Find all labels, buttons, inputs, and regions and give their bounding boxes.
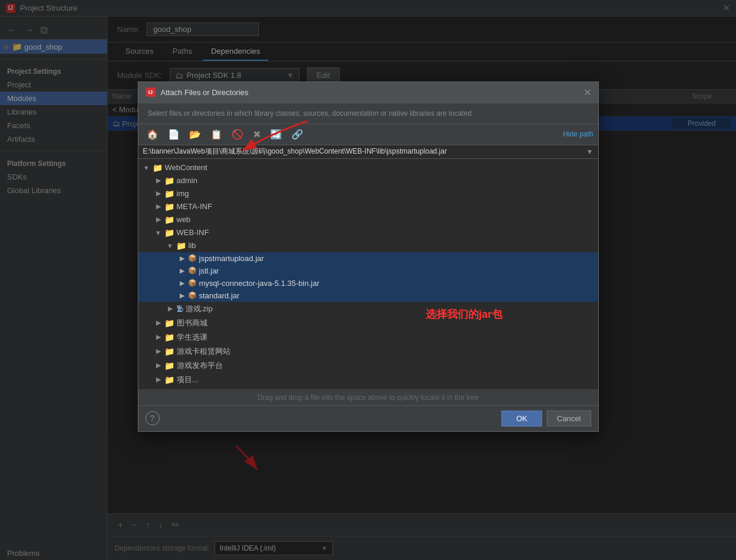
chevron-down-icon: ▼ (155, 229, 162, 236)
chevron-down-icon: ▼ (143, 164, 150, 171)
path-input[interactable] (143, 148, 586, 156)
new-file-icon[interactable]: 📄 (164, 126, 183, 142)
modal-title-bar: IJ Attach Files or Directories ✕ (138, 82, 598, 103)
list-item[interactable]: ▼ 📁 WEB-INF (138, 226, 598, 239)
folder-icon: 📁 (164, 361, 174, 370)
folder-icon: 📁 (164, 333, 174, 342)
chevron-right-icon: ▶ (155, 216, 162, 223)
tree-item-label: 游戏发布平台 (177, 360, 223, 371)
chevron-right-icon: ▶ (167, 305, 174, 312)
chevron-down-icon: ▼ (167, 242, 174, 249)
hide-path-link[interactable]: Hide path (563, 130, 593, 138)
chevron-right-icon: ▶ (155, 347, 162, 355)
tree-item-label: mysql-connector-java-5.1.35-bin.jar (199, 279, 320, 288)
tree-item-label: standard.jar (199, 291, 240, 300)
folder-icon: 📁 (164, 375, 174, 385)
chevron-right-icon: ▶ (179, 292, 186, 299)
folder-icon: 📁 (164, 189, 174, 198)
modal-path-bar: ▼ (138, 145, 598, 159)
chevron-right-icon: ▶ (155, 333, 162, 341)
folder-icon: 📁 (164, 202, 174, 211)
folder-icon: 📁 (176, 241, 186, 250)
tree-item-label: 项目... (177, 375, 199, 385)
window: IJ Project Structure ✕ ← → ⧉ ▶ 📁 good_sh… (0, 0, 736, 560)
chevron-right-icon: ▶ (179, 267, 186, 275)
list-item[interactable]: ▶ 📁 web (138, 213, 598, 226)
tree-item-label: 学生选课 (177, 332, 207, 343)
tree-item-label: WebContent (165, 163, 207, 172)
chevron-right-icon: ▶ (155, 177, 162, 184)
modal-title: Attach Files or Directories (161, 88, 579, 97)
list-item[interactable]: ▶ 📦 jstl.jar (138, 265, 598, 277)
file-tree: ▼ 📁 WebContent ▶ 📁 admin ▶ 📁 img (138, 159, 598, 389)
tree-item-label: lib (189, 241, 196, 250)
help-button[interactable]: ? (145, 411, 160, 425)
folder-icon: 📁 (164, 318, 174, 328)
list-item[interactable]: ▶ 📁 学生选课 (138, 330, 598, 344)
modal-subtitle: Select files or directories in which lib… (138, 103, 598, 124)
zip-file-icon: 🗜 (176, 305, 183, 313)
tree-item-label: jstl.jar (199, 266, 219, 275)
tree-item-label: jspstmartupload.jar (199, 254, 264, 263)
refresh-icon[interactable]: 🔄 (267, 126, 286, 142)
tree-item-label: 游戏.zip (186, 304, 213, 314)
tree-item-label: 游戏卡租赁网站 (177, 346, 231, 357)
tree-item-label: web (177, 215, 191, 224)
cancel-button[interactable]: Cancel (547, 411, 591, 426)
tree-item-label: META-INF (177, 202, 212, 211)
home-icon[interactable]: 🏠 (143, 126, 162, 142)
ok-button[interactable]: OK (501, 411, 542, 426)
list-item[interactable]: ▶ 📁 图书商城 (138, 316, 598, 330)
folder-icon: 📁 (164, 347, 174, 356)
modal-toolbar: 🏠 📄 📂 📋 🚫 ✖ 🔄 🔗 Hide path (138, 124, 598, 145)
modal-icon: IJ (145, 87, 156, 97)
chevron-right-icon: ▶ (155, 319, 162, 327)
tree-item-label: 图书商城 (177, 318, 207, 328)
modal-overlay: IJ Attach Files or Directories ✕ Select … (0, 0, 736, 560)
jar-file-icon: 📦 (188, 266, 197, 275)
list-item[interactable]: ▶ 📦 standard.jar (138, 289, 598, 302)
link-icon[interactable]: 🔗 (288, 126, 307, 142)
tree-item-label: WEB-INF (177, 228, 209, 237)
jar-file-icon: 📦 (188, 254, 197, 262)
drag-hint: Drag and drop a file into the space abov… (138, 389, 598, 405)
folder-icon: 📁 (164, 228, 174, 237)
list-item[interactable]: ▶ 📁 img (138, 187, 598, 200)
chevron-right-icon: ▶ (155, 203, 162, 210)
list-item[interactable]: ▶ 📁 游戏卡租赁网站 (138, 344, 598, 359)
copy-icon[interactable]: 📋 (207, 126, 226, 142)
folder-icon: 📁 (164, 176, 174, 185)
chevron-right-icon: ▶ (179, 279, 186, 287)
chevron-right-icon: ▶ (155, 376, 162, 383)
list-item[interactable]: ▶ 📁 游戏发布平台 (138, 359, 598, 373)
chevron-right-icon: ▶ (155, 190, 162, 197)
path-dropdown-icon[interactable]: ▼ (586, 148, 594, 156)
modal-dialog: IJ Attach Files or Directories ✕ Select … (138, 82, 599, 432)
list-item[interactable]: ▼ 📁 lib (138, 239, 598, 252)
list-item[interactable]: ▶ 📦 jspstmartupload.jar (138, 252, 598, 265)
jar-file-icon: 📦 (188, 279, 197, 287)
list-item[interactable]: ▶ 📁 META-INF (138, 200, 598, 213)
chevron-right-icon: ▶ (155, 362, 162, 369)
list-item[interactable]: ▶ 📁 admin (138, 174, 598, 187)
folder-icon: 📁 (164, 215, 174, 224)
folder-icon: 📁 (153, 163, 163, 172)
list-item[interactable]: ▼ 📁 WebContent (138, 161, 598, 174)
list-item[interactable]: ▶ 🗜 游戏.zip (138, 302, 598, 316)
modal-footer: ? OK Cancel (138, 405, 598, 431)
chevron-right-icon: ▶ (179, 255, 186, 262)
modal-close-button[interactable]: ✕ (583, 87, 591, 98)
tree-item-label: img (177, 189, 189, 198)
list-item[interactable]: ▶ 📁 项目... (138, 373, 598, 387)
jar-file-icon: 📦 (188, 291, 197, 299)
list-item[interactable]: ▶ 📦 mysql-connector-java-5.1.35-bin.jar (138, 277, 598, 289)
block-icon[interactable]: 🚫 (228, 126, 247, 142)
tree-item-label: admin (177, 176, 197, 185)
new-folder-icon[interactable]: 📂 (186, 126, 205, 142)
delete-icon[interactable]: ✖ (249, 126, 264, 142)
